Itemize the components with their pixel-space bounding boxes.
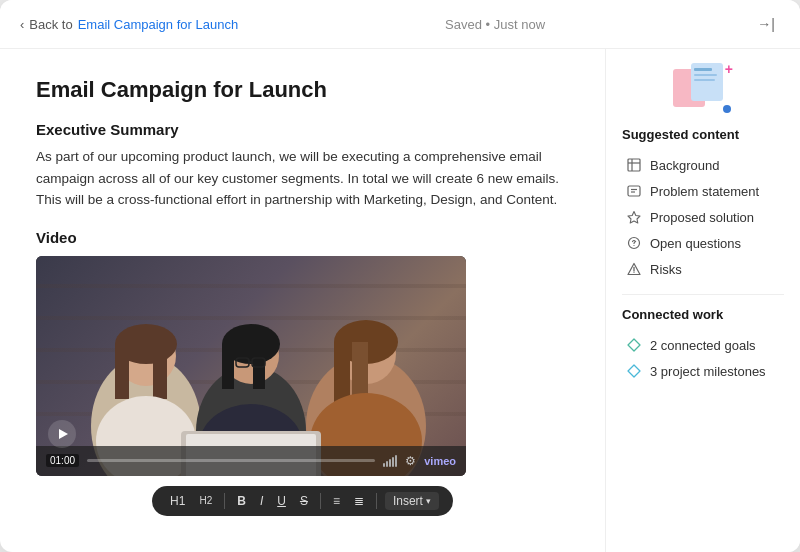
proposed-solution-icon — [626, 209, 642, 225]
back-label: Back to — [29, 17, 72, 32]
h2-button[interactable]: H2 — [195, 493, 216, 508]
signal-bars — [383, 455, 397, 467]
toolbar-divider-2 — [320, 493, 321, 509]
connected-work-title: Connected work — [622, 307, 784, 322]
connected-milestones[interactable]: 3 project milestones — [622, 358, 784, 384]
milestones-icon — [626, 363, 642, 379]
progress-bar[interactable] — [87, 459, 375, 462]
sidebar-item-open-questions[interactable]: Open questions — [622, 230, 784, 256]
svg-rect-25 — [628, 159, 640, 171]
italic-button[interactable]: I — [256, 492, 267, 510]
illus-doc-blue — [691, 63, 723, 101]
svg-rect-4 — [115, 344, 129, 399]
risks-icon — [626, 261, 642, 277]
editor-toolbar: H1 H2 B I U S ≡ ≣ Insert ▾ — [36, 476, 569, 528]
svg-rect-5 — [153, 344, 167, 399]
top-bar: ‹ Back to Email Campaign for Launch Save… — [0, 0, 800, 49]
open-questions-label: Open questions — [650, 236, 741, 251]
people-illustration — [36, 256, 466, 476]
sidebar-illustration: + — [622, 63, 784, 115]
problem-statement-label: Problem statement — [650, 184, 759, 199]
back-navigation[interactable]: ‹ Back to Email Campaign for Launch — [20, 17, 238, 32]
toolbar-inner: H1 H2 B I U S ≡ ≣ Insert ▾ — [152, 486, 453, 516]
bullet-list-button[interactable]: ≡ — [329, 492, 344, 510]
illustration-box: + — [673, 63, 733, 115]
insert-chevron-icon: ▾ — [426, 496, 431, 506]
svg-rect-19 — [334, 342, 350, 402]
suggested-content-title: Suggested content — [622, 127, 784, 142]
video-timecode: 01:00 — [46, 454, 79, 467]
strikethrough-button[interactable]: S — [296, 492, 312, 510]
video-embed[interactable]: 01:00 ⚙ vimeo — [36, 256, 466, 476]
executive-summary-heading: Executive Summary — [36, 121, 569, 138]
collapse-button[interactable]: →| — [752, 10, 780, 38]
toolbar-divider-1 — [224, 493, 225, 509]
open-questions-icon — [626, 235, 642, 251]
video-thumbnail — [36, 256, 466, 476]
connected-goals-label: 2 connected goals — [650, 338, 756, 353]
editor-area: Email Campaign for Launch Executive Summ… — [0, 49, 605, 552]
sidebar-item-problem-statement[interactable]: Problem statement — [622, 178, 784, 204]
svg-rect-10 — [222, 344, 234, 389]
svg-rect-28 — [628, 186, 640, 196]
underline-button[interactable]: U — [273, 492, 290, 510]
vimeo-logo: vimeo — [424, 455, 456, 467]
sidebar-item-risks[interactable]: Risks — [622, 256, 784, 282]
play-button[interactable] — [48, 420, 76, 448]
bold-button[interactable]: B — [233, 492, 250, 510]
illus-plus-icon: + — [725, 61, 733, 77]
problem-statement-icon — [626, 183, 642, 199]
document-title: Email Campaign for Launch — [36, 77, 569, 103]
sidebar: + Suggested content Background — [605, 49, 800, 552]
svg-marker-37 — [628, 339, 640, 351]
back-chevron: ‹ — [20, 17, 24, 32]
main-content: Email Campaign for Launch Executive Summ… — [0, 49, 800, 552]
back-link-text[interactable]: Email Campaign for Launch — [78, 17, 238, 32]
app-window: ‹ Back to Email Campaign for Launch Save… — [0, 0, 800, 552]
risks-label: Risks — [650, 262, 682, 277]
sidebar-divider — [622, 294, 784, 295]
svg-point-33 — [633, 245, 634, 246]
connected-milestones-label: 3 project milestones — [650, 364, 766, 379]
video-controls[interactable]: 01:00 ⚙ vimeo — [36, 446, 466, 476]
insert-button[interactable]: Insert ▾ — [385, 492, 439, 510]
numbered-list-button[interactable]: ≣ — [350, 492, 368, 510]
h1-button[interactable]: H1 — [166, 492, 189, 510]
video-label: Video — [36, 229, 569, 246]
background-icon — [626, 157, 642, 173]
proposed-solution-label: Proposed solution — [650, 210, 754, 225]
connected-goals[interactable]: 2 connected goals — [622, 332, 784, 358]
background-label: Background — [650, 158, 719, 173]
svg-marker-38 — [628, 365, 640, 377]
goals-icon — [626, 337, 642, 353]
executive-summary-text: As part of our upcoming product launch, … — [36, 146, 569, 211]
svg-point-36 — [633, 272, 634, 273]
illus-dot — [723, 105, 731, 113]
settings-icon[interactable]: ⚙ — [405, 454, 416, 468]
save-status: Saved • Just now — [445, 17, 545, 32]
sidebar-item-background[interactable]: Background — [622, 152, 784, 178]
toolbar-divider-3 — [376, 493, 377, 509]
sidebar-item-proposed-solution[interactable]: Proposed solution — [622, 204, 784, 230]
svg-marker-31 — [628, 212, 640, 224]
